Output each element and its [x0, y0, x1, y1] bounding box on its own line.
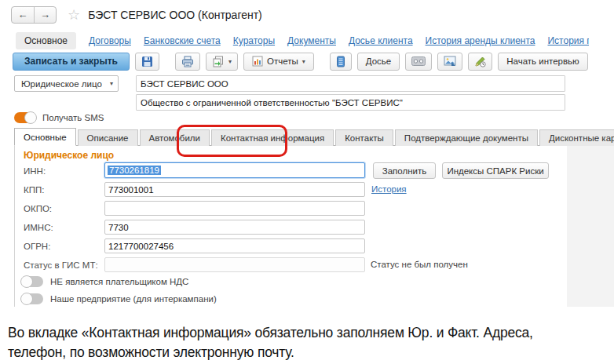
print-button[interactable] [175, 53, 200, 71]
nav-item-bank-accounts[interactable]: Банковские счета [144, 35, 221, 46]
full-name-input[interactable] [136, 94, 565, 111]
section-title: Юридическое лицо [24, 150, 114, 161]
attached-files-button[interactable] [330, 53, 352, 71]
back-arrow-icon: ← [18, 9, 28, 20]
caption-line-1: Во вкладке «Контактная информация» обяза… [8, 323, 614, 343]
forward-button[interactable]: → [34, 7, 56, 23]
sms-toggle[interactable] [14, 112, 35, 123]
spark-indexes-button[interactable]: Индексы СПАРК Риски [442, 162, 549, 179]
printer-icon [181, 56, 194, 67]
toggle-knob [20, 293, 33, 305]
inn-selected-value: 7730261819 [108, 166, 161, 175]
toolbar: Записать и закрыть ▾ Отчеты ▾ [13, 52, 589, 71]
nav-item-dosye-klienta[interactable]: Досье клиента [349, 35, 413, 46]
fill-button[interactable]: Заполнить [373, 162, 436, 179]
dossier-button[interactable]: Досье [357, 53, 400, 71]
tab-avtomobili[interactable]: Автомобили [140, 129, 210, 146]
imns-label: ИМНС: [24, 220, 53, 235]
entity-type-value: Юридическое лицо [21, 79, 102, 89]
forward-arrow-icon: → [40, 9, 50, 20]
ogrn-label: ОГРН: [24, 238, 50, 254]
gis-status-label: Статус в ГИС МТ: [24, 257, 98, 273]
cassette-icon [411, 56, 426, 66]
app-window: ← → ☆ БЭСТ СЕРВИС ООО (Контрагент) Основ… [0, 0, 614, 364]
nav-item-istoriya-zakaz[interactable]: История по заказ-на [547, 35, 589, 46]
favorite-star-icon[interactable]: ☆ [68, 7, 80, 23]
dropdown-arrow-icon: ▾ [228, 58, 232, 65]
nav-item-kuratory[interactable]: Кураторы [233, 35, 275, 46]
own-company-toggle-label: Наше предприятие (для интеркампани) [50, 294, 217, 304]
okpo-input[interactable] [104, 201, 365, 216]
section-nav: Основное Договоры Банковские счета Курат… [16, 31, 589, 50]
tab-diskontnye-karty[interactable]: Дисконтные карты [539, 129, 614, 146]
report-icon [252, 56, 263, 67]
kpp-label: КПП: [24, 182, 44, 198]
nav-item-istoriya-arendy[interactable]: История аренды клиента [426, 35, 535, 46]
imns-input[interactable] [104, 220, 365, 235]
save-and-close-button[interactable]: Записать и закрыть [13, 53, 130, 71]
detail-tabs: Основные Описание Автомобили Контактная … [14, 128, 614, 146]
nav-item-dokumenty[interactable]: Документы [287, 35, 336, 46]
inn-label: ИНН: [24, 163, 46, 179]
tab-podtverzhdayushchie-dokumenty[interactable]: Подтверждающие документы [395, 129, 538, 146]
toggle-knob [24, 111, 37, 124]
entity-type-select[interactable]: Юридическое лицо ▾ [14, 75, 119, 92]
dropdown-arrow-icon: ▾ [110, 80, 113, 87]
panel-right-margin [567, 146, 614, 307]
start-interview-button[interactable]: Начать интервью [498, 53, 587, 71]
toggle-knob [20, 275, 33, 288]
gis-status-input [104, 257, 365, 272]
nds-toggle-label: НЕ является плательщиком НДС [50, 277, 188, 286]
inn-input[interactable]: 7730261819 [104, 162, 365, 178]
tab-kontakty[interactable]: Контакты [335, 129, 393, 146]
nds-toggle-row: НЕ является плательщиком НДС [22, 276, 188, 287]
nds-toggle[interactable] [22, 276, 43, 287]
caption-text: Во вкладке «Контактная информация» обяза… [8, 323, 614, 362]
sms-toggle-label: Получать SMS [42, 113, 104, 122]
copy-document-icon [212, 56, 225, 67]
caption-line-2: телефон, по возможности электронную почт… [8, 343, 614, 362]
create-on-basis-button[interactable]: ▾ [206, 53, 238, 71]
pencil-clock-icon [474, 56, 486, 67]
own-company-toggle-row: Наше предприятие (для интеркампани) [22, 293, 217, 304]
reports-button-label: Отчеты [267, 56, 298, 66]
nav-item-dogovory[interactable]: Договоры [89, 35, 131, 46]
record-button[interactable] [405, 53, 432, 71]
okpo-label: ОКПО: [24, 201, 52, 217]
edit-reminder-button[interactable] [468, 53, 492, 71]
dropdown-arrow-icon: ▾ [302, 58, 305, 65]
kpp-input[interactable] [104, 182, 365, 197]
own-company-toggle[interactable] [22, 293, 43, 304]
page-title: БЭСТ СЕРВИС ООО (Контрагент) [88, 9, 262, 21]
tab-osnovnye[interactable]: Основные [14, 128, 76, 146]
reports-button[interactable]: Отчеты ▾ [243, 53, 314, 71]
tab-opisanie[interactable]: Описание [78, 129, 138, 146]
short-name-input[interactable] [136, 75, 565, 92]
ogrn-input[interactable] [104, 238, 365, 253]
nav-item-osnovnoe[interactable]: Основное [16, 32, 76, 49]
title-bar: ← → ☆ БЭСТ СЕРВИС ООО (Контрагент) [11, 6, 262, 24]
back-button[interactable]: ← [12, 7, 34, 23]
gis-status-text: Статус не был получен [371, 260, 468, 269]
save-button[interactable] [135, 53, 159, 71]
notepad-icon [336, 56, 345, 67]
image-icon [444, 56, 456, 67]
history-link[interactable]: История [371, 184, 407, 194]
history-nav-group: ← → [11, 6, 57, 24]
photo-button[interactable] [437, 53, 462, 71]
sms-toggle-row: Получать SMS [14, 112, 104, 123]
save-floppy-icon [141, 56, 153, 67]
tab-kontaktnaya-informatsiya[interactable]: Контактная информация [211, 129, 334, 146]
